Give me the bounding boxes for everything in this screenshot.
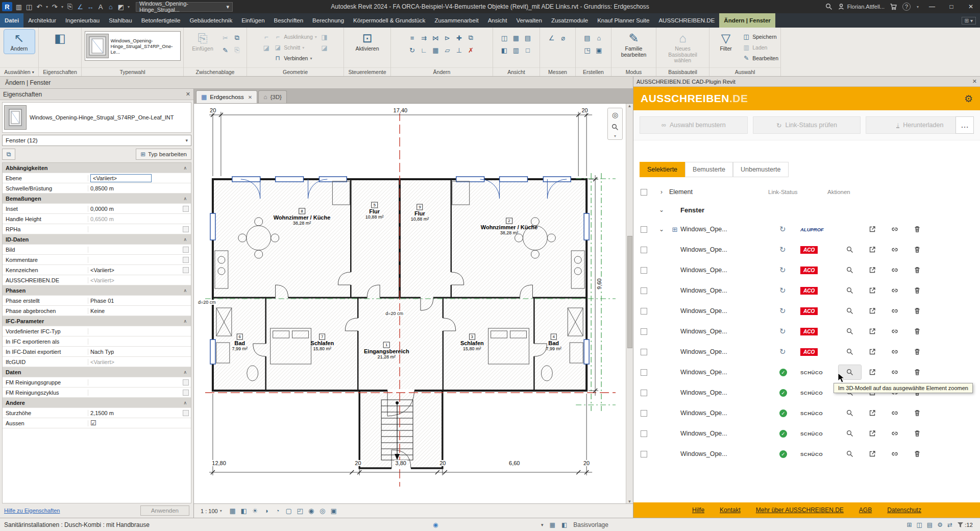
cut-geometry-icon[interactable]: ◪ [261, 42, 272, 53]
row-checkbox[interactable] [633, 267, 654, 274]
delete-link-button[interactable] [906, 345, 928, 359]
zoom-tool-icon[interactable] [609, 122, 621, 133]
crop-region-icon[interactable]: ◰ [295, 506, 305, 516]
undo-caret[interactable]: ▾ [45, 2, 49, 12]
group-collapse-icon[interactable]: ∧ [183, 370, 187, 375]
tab-zusammenarbeit[interactable]: Zusammenarbeit [430, 13, 483, 28]
element-label[interactable]: Windows_Ope... [680, 267, 777, 274]
sun-path-icon[interactable]: ☀ [250, 506, 260, 516]
edit-type-button[interactable]: ⊞ Typ bearbeiten [136, 149, 191, 160]
link-button[interactable] [884, 263, 906, 277]
element-label[interactable]: Windows_Ope... [680, 287, 777, 294]
column-header-link-status[interactable]: Link-Status [766, 189, 827, 195]
measure-along-icon[interactable]: ⌀ [558, 33, 569, 43]
group-collapse-icon[interactable]: ∧ [183, 400, 187, 405]
view-scale-button[interactable]: 1 : 100▾ [197, 506, 226, 516]
tab-views-icon[interactable]: ▤ [523, 33, 533, 43]
edit-selection-button[interactable]: ✎Bearbeiten [742, 53, 778, 63]
worksets-caret-icon[interactable]: ▾ [541, 522, 544, 527]
plugin-tab[interactable]: Selektierte [640, 162, 685, 177]
element-type-dropdown[interactable]: Fenster (12) ▾ [2, 135, 191, 146]
property-value-cell[interactable] [88, 255, 183, 264]
row-checkbox[interactable] [633, 226, 654, 233]
row-checkbox[interactable] [633, 287, 654, 294]
tab-zusatzmodule[interactable]: Zusatzmodule [547, 13, 593, 28]
zoom-to-element-button[interactable] [839, 243, 861, 257]
trim-icon[interactable]: ∟ [419, 45, 429, 55]
visual-style-icon[interactable]: ◧ [239, 506, 249, 516]
minimize-button[interactable]: — [925, 1, 939, 12]
element-label[interactable]: Fenster [680, 206, 777, 214]
scroll-up-arrow[interactable]: ▲ [628, 104, 632, 108]
plugin-toolbar-button[interactable]: ∞ Auswahl bemustern [640, 116, 748, 134]
close-properties-icon[interactable]: ✕ [186, 91, 190, 98]
navbar-caret-icon[interactable]: ▾ [614, 134, 616, 138]
communication-center-icon[interactable]: ◉ [433, 521, 438, 528]
group-collapse-icon[interactable]: ∧ [183, 196, 187, 201]
link-button[interactable] [884, 406, 906, 420]
editable-only-icon[interactable]: ◫ [916, 521, 922, 528]
render-icon[interactable]: ◔ [273, 506, 283, 516]
delete-link-button[interactable] [906, 324, 928, 339]
property-value-cell[interactable]: Keine [88, 306, 183, 316]
link-button[interactable] [884, 426, 906, 441]
element-label[interactable]: Windows_Ope... [680, 226, 777, 233]
more-options-button[interactable]: … [955, 116, 974, 134]
detail-level-icon[interactable]: ▦ [228, 506, 238, 516]
delete-icon[interactable]: ✗ [465, 45, 476, 55]
property-value-cell[interactable] [88, 377, 183, 387]
footer-link[interactable]: Hilfe [692, 506, 704, 514]
pin-icon[interactable]: ⊥ [454, 45, 464, 55]
move-icon[interactable]: ✚ [454, 33, 464, 43]
paste-button[interactable]: ⎘ Einfügen [187, 30, 218, 54]
user-interface-icon[interactable]: ▥ [511, 45, 522, 55]
scale-icon[interactable]: ▱ [442, 45, 453, 55]
tab-stahlbau[interactable]: Stahlbau [104, 13, 136, 28]
plugin-tab[interactable]: Bemusterte [685, 162, 733, 177]
offset-icon[interactable]: ⇉ [419, 33, 429, 43]
footer-link[interactable]: Mehr über AUSSCHREIBEN.DE [756, 506, 844, 514]
property-value-cell[interactable]: 0,8500 m [88, 183, 183, 193]
apply-button[interactable]: Anwenden [140, 505, 189, 516]
tab-architektur[interactable]: Architektur [23, 13, 61, 28]
temporary-view-properties-icon[interactable]: ▣ [329, 506, 339, 516]
type-selector[interactable]: Windows_Opening-Hinge_Strugal_S74RP_One-… [85, 31, 181, 61]
delete-link-button[interactable] [906, 304, 928, 318]
demolish-icon[interactable]: ◪ [319, 42, 330, 53]
zoom-to-element-button[interactable] [839, 283, 861, 298]
array-icon[interactable]: ▦ [430, 45, 441, 55]
delete-link-button[interactable] [906, 365, 928, 379]
zoom-to-element-button[interactable] [839, 426, 861, 441]
background-processes-icon[interactable]: ⚙ [937, 521, 943, 528]
select-all-checkbox[interactable] [633, 189, 654, 196]
open-details-button[interactable] [861, 426, 884, 441]
open-details-button[interactable] [861, 243, 884, 257]
link-button[interactable] [884, 365, 906, 379]
property-value-cell[interactable]: <Variiert> [88, 265, 183, 275]
switch-windows-icon[interactable]: □ [523, 45, 533, 55]
zoom-to-element-button[interactable] [839, 263, 861, 277]
element-label[interactable]: Windows_Ope... [680, 450, 777, 457]
create-group-icon[interactable]: ▣ [594, 45, 604, 55]
link-button[interactable] [884, 222, 906, 236]
measure-between-icon[interactable]: ∠ [546, 33, 557, 43]
element-label[interactable]: Windows_Ope... [680, 409, 777, 417]
row-checkbox[interactable] [633, 349, 654, 355]
expand-chevron[interactable]: ⌄ [654, 206, 669, 213]
user-account-button[interactable]: Florian.Attfell... [838, 3, 885, 10]
revit-logo[interactable]: R [2, 2, 12, 11]
panel-label-auswaehlen[interactable]: Auswählen▾ [0, 67, 38, 76]
expand-chevron[interactable]: ⌄ [654, 226, 669, 233]
save-selection-button[interactable]: ◫Speichern [742, 32, 778, 42]
legend-icon[interactable]: ▤ [582, 33, 593, 43]
close-hidden-windows-icon[interactable]: ▦ [511, 33, 522, 43]
close-plugin-icon[interactable]: ✕ [972, 78, 977, 85]
link-button[interactable] [884, 324, 906, 339]
element-label[interactable]: Windows_Ope... [680, 307, 777, 315]
load-selection-button[interactable]: ▥Laden [742, 42, 778, 53]
scroll-down-arrow[interactable]: ▼ [628, 499, 632, 503]
zoom-to-element-button[interactable] [839, 447, 861, 461]
property-value-cell[interactable]: <Variiert> [88, 275, 183, 285]
link-button[interactable] [884, 447, 906, 461]
expand-all-chevron[interactable]: › [654, 188, 669, 196]
